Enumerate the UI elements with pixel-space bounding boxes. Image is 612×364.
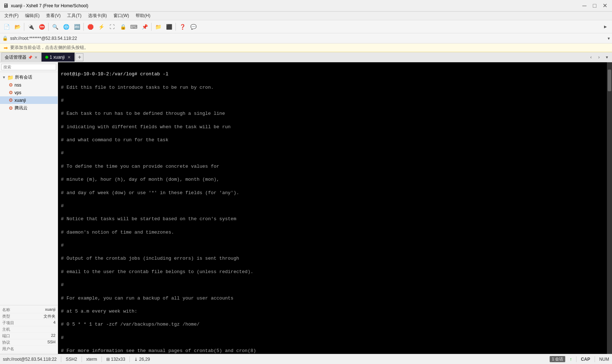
term-line-20: # For more information see the manual pa… bbox=[61, 348, 256, 353]
app-icon: 🖥 bbox=[3, 3, 9, 9]
folder-icon: 📁 bbox=[7, 75, 13, 80]
terminal[interactable]: root@ip-10-0-10-2:/var/log# crontab -l #… bbox=[58, 62, 607, 354]
sidebar-item-vps[interactable]: ⚙ vps bbox=[0, 89, 58, 96]
toolbar-sep4 bbox=[151, 23, 152, 31]
term-line-8: # and day of week (dow) or use '*' in th… bbox=[61, 190, 239, 196]
tree-expand-icon: ▼ bbox=[2, 75, 6, 79]
info-value-protocol: SSH bbox=[47, 340, 55, 345]
info-row-children: 子项目 4 bbox=[1, 320, 56, 326]
menu-window[interactable]: 窗口(W) bbox=[111, 12, 132, 20]
term-line-18: # 0 5 * * 1 tar -zcf /var/backups/home.t… bbox=[61, 322, 199, 327]
sidebar-item-nss[interactable]: ⚙ nss bbox=[0, 81, 58, 89]
toolbar-font[interactable]: 🔤 bbox=[72, 22, 82, 32]
menu-file[interactable]: 文件(F) bbox=[1, 12, 21, 20]
tree-root-all-sessions[interactable]: ▼ 📁 所有会话 bbox=[0, 74, 58, 81]
menu-tools[interactable]: 工具(T) bbox=[64, 12, 84, 20]
sidebar-tree: ▼ 📁 所有会话 ⚙ nss ⚙ vps ⚙ xuanji ⚙ 腾讯云 bbox=[0, 72, 58, 305]
term-line-10: # Notice that tasks will be started base… bbox=[61, 216, 236, 222]
info-label-protocol: 协议 bbox=[2, 340, 10, 345]
toolbar-stop[interactable]: 🛑 bbox=[85, 22, 95, 32]
minimize-button[interactable]: ─ bbox=[580, 1, 589, 10]
info-label-port: 端口 bbox=[2, 333, 10, 339]
session-status-dot bbox=[45, 56, 48, 59]
titlebar: 🖥 xuanji - Xshell 7 (Free for Home/Schoo… bbox=[0, 0, 612, 12]
close-button[interactable]: ✕ bbox=[600, 1, 609, 10]
scrollbar-thumb[interactable] bbox=[608, 70, 611, 91]
terminal-scrollbar[interactable] bbox=[607, 62, 612, 354]
session-manager-tab[interactable]: 会话管理器 📌 ✕ bbox=[1, 53, 41, 62]
status-encoding: xterm bbox=[86, 357, 97, 362]
lock-icon: 🔒 bbox=[2, 35, 8, 41]
status-sep-3 bbox=[102, 356, 102, 362]
toolbar-open[interactable]: 📂 bbox=[12, 22, 22, 32]
term-line-0: # Edit this file to introduce tasks to b… bbox=[61, 85, 214, 90]
session-icon-tencentcloud: ⚙ bbox=[9, 105, 13, 111]
tab-nav-more[interactable]: ▾ bbox=[603, 54, 611, 61]
session-tab-close[interactable]: ✕ bbox=[34, 55, 37, 59]
content-row: ▼ 📁 所有会话 ⚙ nss ⚙ vps ⚙ xuanji ⚙ 腾讯云 bbox=[0, 62, 612, 354]
toolbar-pin[interactable]: 📌 bbox=[140, 22, 150, 32]
toolbar-expand-right[interactable]: ▶ bbox=[600, 22, 611, 32]
addressbar-text: ssh://root:*******@52.83.54.118:22 bbox=[10, 36, 605, 41]
status-position: ⤓ 26,29 bbox=[134, 357, 150, 362]
sidebar-item-tencentcloud[interactable]: ⚙ 腾讯云 bbox=[0, 104, 58, 112]
menu-tabs[interactable]: 选项卡(B) bbox=[85, 12, 110, 20]
titlebar-title: xuanji - Xshell 7 (Free for Home/School) bbox=[11, 3, 88, 8]
toolbar-zoom[interactable]: 🔍 bbox=[50, 22, 60, 32]
active-tab-close[interactable]: ✕ bbox=[67, 55, 71, 60]
term-line-15: # bbox=[61, 282, 64, 288]
menu-help[interactable]: 帮助(H) bbox=[133, 12, 153, 20]
toolbar-globe[interactable]: 🌐 bbox=[61, 22, 71, 32]
sidebar-search bbox=[0, 62, 58, 72]
titlebar-left: 🖥 xuanji - Xshell 7 (Free for Home/Schoo… bbox=[3, 3, 88, 9]
toolbar-key[interactable]: ⌨ bbox=[129, 22, 139, 32]
toolbar-power[interactable]: ⚡ bbox=[96, 22, 106, 32]
toolbar-folder[interactable]: 📁 bbox=[153, 22, 163, 32]
sidebar-info: 名称 xuanji 类型 文件夹 子项目 4 主机 端口 22 协议 SSH bbox=[0, 305, 58, 354]
toolbar-layout[interactable]: ⬛ bbox=[164, 22, 174, 32]
info-label-name: 名称 bbox=[2, 307, 10, 313]
info-value-port: 22 bbox=[51, 333, 55, 339]
toolbar-chat[interactable]: 💬 bbox=[188, 22, 198, 32]
info-label-username: 用户名 bbox=[2, 346, 14, 352]
tip-text: 要添加当前会话，点击左侧的箭头按钮。 bbox=[10, 45, 88, 51]
term-line-7: # minute (m), hour (h), day of month (do… bbox=[61, 177, 219, 182]
tab-nav-left[interactable]: ‹ bbox=[587, 54, 595, 61]
tab-nav-right[interactable]: › bbox=[595, 54, 603, 61]
sidebar-item-xuanji[interactable]: ⚙ xuanji bbox=[0, 96, 58, 104]
info-row-port: 端口 22 bbox=[1, 333, 56, 339]
info-row-protocol: 协议 SSH bbox=[1, 339, 56, 346]
toolbar-fullscreen[interactable]: ⛶ bbox=[107, 22, 117, 32]
session-icon-vps: ⚙ bbox=[9, 90, 13, 95]
session-icon-nss: ⚙ bbox=[9, 82, 13, 88]
menu-view[interactable]: 查看(V) bbox=[43, 12, 63, 20]
info-label-type: 类型 bbox=[2, 314, 10, 319]
info-value-children: 4 bbox=[53, 320, 55, 326]
info-value-name: xuanji bbox=[45, 307, 55, 313]
info-value-type: 文件夹 bbox=[44, 314, 55, 319]
term-line-19: # bbox=[61, 335, 64, 340]
toolbar-sep3 bbox=[83, 23, 84, 31]
menubar: 文件(F) 编辑(E) 查看(V) 工具(T) 选项卡(B) 窗口(W) 帮助(… bbox=[0, 12, 612, 20]
toolbar-new[interactable]: 📄 bbox=[1, 22, 12, 32]
toolbar-help[interactable]: ❓ bbox=[177, 22, 187, 32]
status-ssh-url: ssh://root@52.83.54.118:22 bbox=[3, 357, 57, 362]
status-dimensions: ⊞ 132x33 bbox=[106, 357, 125, 362]
toolbar-sep5 bbox=[175, 23, 176, 31]
status-session-count: 1 会话 bbox=[550, 356, 565, 362]
term-line-17: # at 5 a.m every week with: bbox=[61, 309, 137, 314]
toolbar-disconnect[interactable]: ⛔ bbox=[37, 22, 47, 32]
addressbar-dropdown[interactable]: ▾ bbox=[608, 36, 610, 41]
active-session-tab[interactable]: 1 xuanji ✕ bbox=[41, 53, 75, 62]
toolbar-lock[interactable]: 🔒 bbox=[118, 22, 128, 32]
term-line-9: # bbox=[61, 203, 64, 209]
add-tab-button[interactable]: + bbox=[75, 53, 83, 61]
sidebar-item-xuanji-label: xuanji bbox=[15, 98, 26, 103]
toolbar-connect[interactable]: 🔌 bbox=[26, 22, 36, 32]
search-input[interactable] bbox=[1, 64, 56, 70]
term-line-13: # Output of the crontab jobs (including … bbox=[61, 256, 239, 261]
status-num-label: NUM bbox=[599, 357, 609, 362]
maximize-button[interactable]: □ bbox=[590, 1, 599, 10]
info-row-username: 用户名 bbox=[1, 346, 56, 352]
menu-edit[interactable]: 编辑(E) bbox=[22, 12, 42, 20]
